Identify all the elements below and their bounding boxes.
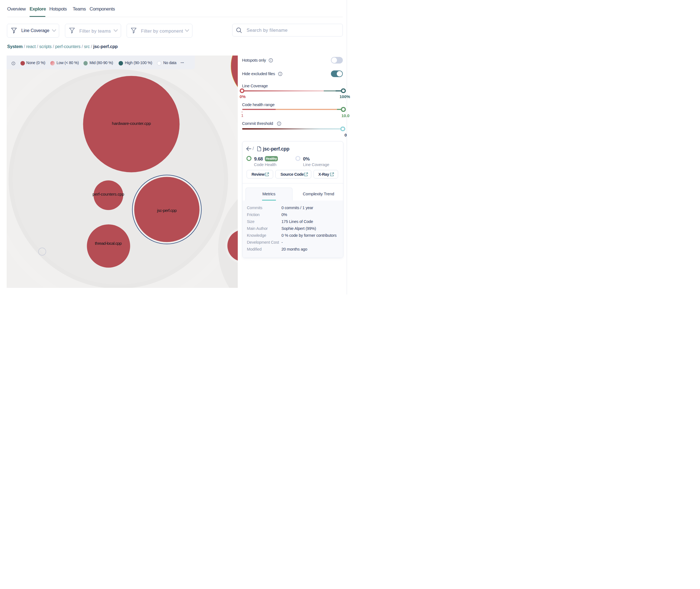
svg-text:perf-counters.cpp: perf-counters.cpp [92, 192, 124, 196]
svg-text:thread-local.cpp: thread-local.cpp [95, 241, 121, 246]
svg-text:jsc-perf.cpp: jsc-perf.cpp [157, 208, 177, 213]
svg-text:hardware-counter.cpp: hardware-counter.cpp [112, 121, 151, 126]
